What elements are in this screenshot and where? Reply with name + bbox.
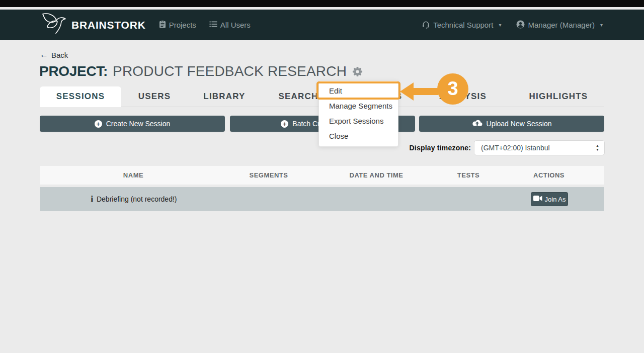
nav-item-label: Projects [169, 21, 196, 29]
timezone-select[interactable]: (GMT+02:00) Istanbul ▲▼ [474, 140, 605, 155]
page-title-text: PRODUCT FEEDBACK RESEARCH [113, 64, 347, 79]
navbar-right: Technical Support ▾ Manager (Manager) ▾ [422, 20, 603, 30]
nav-item-all-users[interactable]: All Users [209, 21, 251, 29]
top-navbar: BRAINSTORK Projects [0, 10, 644, 40]
plus-circle-icon: + [281, 120, 288, 128]
chevron-down-icon: ▾ [499, 22, 501, 28]
upload-new-session-button[interactable]: Upload New Session [419, 116, 604, 132]
timezone-selected-value: (GMT+02:00) Istanbul [481, 144, 550, 152]
join-as-label: Join As [545, 196, 566, 203]
nav-item-projects[interactable]: Projects [159, 20, 196, 30]
session-table-row: i Debriefing (not recorded!) Join As [40, 187, 604, 211]
info-icon: i [91, 187, 93, 211]
tab-library[interactable]: LIBRARY [194, 86, 255, 107]
user-account-menu[interactable]: Manager (Manager) ▾ [516, 20, 603, 30]
column-header-name: NAME [123, 166, 143, 185]
user-account-label: Manager (Manager) [528, 21, 595, 29]
headset-icon [422, 20, 430, 30]
brand-logo[interactable]: BRAINSTORK [41, 12, 146, 38]
annotation-arrow-shaft [413, 88, 438, 95]
back-label: Back [51, 51, 68, 59]
column-header-date-and-time: DATE AND TIME [350, 166, 404, 185]
plus-circle-icon: + [95, 120, 102, 128]
join-as-button[interactable]: Join As [531, 192, 568, 206]
menu-item-export-sessions[interactable]: Export Sessions [319, 114, 398, 129]
menu-item-close[interactable]: Close [319, 129, 398, 144]
cloud-upload-icon [472, 119, 482, 128]
video-camera-icon [533, 195, 542, 203]
clipboard-icon [159, 20, 166, 30]
tab-sessions[interactable]: SESSIONS [40, 86, 121, 107]
page-title: PROJECT: PRODUCT FEEDBACK RESEARCH [39, 64, 363, 79]
column-header-tests: TESTS [457, 166, 479, 185]
select-stepper-icon: ▲▼ [596, 144, 599, 152]
create-new-session-button[interactable]: + Create New Session [40, 116, 225, 132]
gear-icon[interactable] [352, 66, 363, 77]
nav-item-label: All Users [220, 21, 251, 29]
tab-users[interactable]: USERS [124, 86, 185, 107]
user-avatar-icon [516, 20, 525, 30]
technical-support-menu[interactable]: Technical Support ▾ [422, 20, 501, 30]
back-arrow-icon: ← [40, 50, 48, 60]
column-header-actions: ACTIONS [533, 166, 565, 185]
sessions-table-header: NAME SEGMENTS DATE AND TIME TESTS ACTION… [40, 166, 604, 185]
session-name-cell: i Debriefing (not recorded!) [91, 187, 177, 211]
back-link[interactable]: ← Back [40, 50, 68, 60]
annotation-highlight-box [316, 81, 400, 100]
list-icon [209, 21, 217, 29]
brand-name: BRAINSTORK [71, 19, 146, 31]
top-black-bar [0, 0, 644, 7]
technical-support-label: Technical Support [433, 21, 493, 29]
create-new-session-label: Create New Session [106, 120, 171, 128]
page-title-prefix: PROJECT: [39, 64, 108, 79]
column-header-segments: SEGMENTS [250, 166, 288, 185]
menu-item-manage-segments[interactable]: Manage Segments [319, 99, 398, 114]
upload-new-session-label: Upload New Session [487, 120, 552, 128]
tab-highlights[interactable]: HIGHLIGHTS [526, 86, 591, 107]
session-name: Debriefing (not recorded!) [97, 187, 177, 211]
app-screen: BRAINSTORK Projects [0, 0, 644, 362]
stork-logo-icon [41, 12, 68, 38]
annotation-step-badge: 3 [437, 73, 468, 105]
chevron-down-icon: ▾ [600, 22, 603, 28]
annotation-arrow-icon [400, 82, 414, 101]
